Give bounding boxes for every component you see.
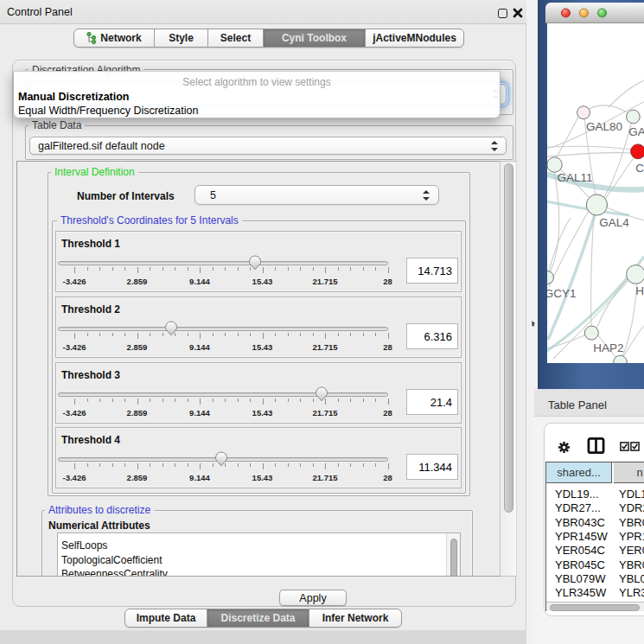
- tab-jactivemnodules[interactable]: jActiveMNodules: [366, 29, 463, 47]
- settings-vertical-scrollbar[interactable]: [500, 161, 517, 577]
- slider-tick: [137, 267, 138, 273]
- slider-tick: [150, 333, 150, 336]
- float-window-icon[interactable]: [498, 9, 507, 18]
- numerical-attributes-list[interactable]: SelfLoopsTopologicalCoefficientBetweenne…: [57, 532, 461, 577]
- table-cell-name[interactable]: YDR2: [619, 501, 644, 514]
- threshold-value-field[interactable]: 11.344: [406, 454, 458, 480]
- slider-tick: [163, 333, 163, 336]
- tab-cyni-toolbox[interactable]: Cyni Toolbox: [264, 29, 366, 47]
- table-cell-name[interactable]: YDL1: [619, 488, 644, 501]
- minimize-traffic-light-icon[interactable]: [579, 8, 589, 17]
- slider-tick: [74, 267, 75, 273]
- column-header-name[interactable]: n: [614, 462, 644, 483]
- threshold-label: Threshold 2: [61, 303, 120, 316]
- tab-discretize-data[interactable]: Discretize Data: [207, 609, 309, 627]
- slider-tick: [124, 399, 125, 402]
- slider-tick: [250, 333, 251, 336]
- table-cell-name[interactable]: YBR0: [619, 558, 644, 571]
- tab-infer-network[interactable]: Infer Network: [309, 609, 401, 627]
- slider-tick: [288, 399, 289, 402]
- table-cell-shared-name[interactable]: YPR145W: [555, 530, 608, 543]
- slider-tick: [175, 463, 175, 467]
- table-cell-shared-name[interactable]: YBR043C: [555, 516, 605, 529]
- slider-tick: [325, 267, 326, 273]
- svg-text:GCY1: GCY1: [547, 287, 576, 300]
- apply-button[interactable]: Apply: [279, 590, 347, 606]
- threshold-slider-thumb[interactable]: [165, 321, 178, 336]
- checkbox-icon[interactable]: [630, 442, 640, 451]
- slider-scale-label: 9.144: [189, 473, 210, 482]
- slider-tick: [238, 463, 239, 467]
- attribute-item[interactable]: SelfLoops: [61, 539, 107, 552]
- table-cell-name[interactable]: YBL0: [619, 572, 644, 585]
- tab-network[interactable]: Network: [74, 29, 155, 47]
- slider-scale-label: 28: [383, 473, 392, 482]
- table-cell-name[interactable]: YLR3: [619, 586, 644, 599]
- table-cell-name[interactable]: YPR1: [619, 530, 644, 543]
- table-cell-shared-name[interactable]: YER054C: [555, 544, 605, 557]
- threshold-slider-track[interactable]: [58, 392, 388, 397]
- slider-scale-label: 28: [383, 408, 392, 418]
- slider-tick: [375, 463, 376, 467]
- slider-tick: [350, 463, 351, 467]
- tab-label: Impute Data: [137, 612, 196, 624]
- threshold-slider-thumb[interactable]: [249, 255, 262, 271]
- attributes-scrollbar-thumb[interactable]: [450, 539, 457, 577]
- threshold-slider-thumb[interactable]: [316, 386, 328, 402]
- column-header-shared[interactable]: shared...: [546, 462, 612, 483]
- table-cell-shared-name[interactable]: YDR27...: [555, 501, 601, 514]
- table-data-combobox[interactable]: galFiltered.sif default node: [29, 137, 507, 155]
- slider-tick: [288, 463, 289, 467]
- threshold-value-field[interactable]: 6.316: [406, 323, 458, 349]
- slider-tick: [137, 333, 138, 339]
- slider-tick: [124, 463, 125, 467]
- node-table: shared... n YDL19...YDL1YDR27...YDR2YBR0…: [545, 462, 644, 611]
- table-horizontal-scrollbar[interactable]: [546, 602, 644, 611]
- settings-scrollbar-thumb[interactable]: [504, 163, 513, 513]
- table-cell-shared-name[interactable]: YLR345W: [555, 586, 606, 599]
- slider-tick: [150, 463, 150, 467]
- dropdown-option-manual[interactable]: Manual Discretization: [18, 91, 130, 103]
- slider-tick: [313, 267, 314, 271]
- table-cell-name[interactable]: YBR0: [619, 516, 644, 529]
- close-icon[interactable]: [513, 8, 523, 18]
- table-cell-shared-name[interactable]: YBL079W: [555, 572, 606, 585]
- close-traffic-light-icon[interactable]: [561, 8, 571, 17]
- table-hscrollbar-thumb[interactable]: [550, 604, 640, 611]
- number-of-intervals-combobox[interactable]: 5: [194, 185, 439, 205]
- slider-tick: [163, 267, 163, 271]
- checkbox-icon[interactable]: [620, 442, 629, 451]
- tab-select[interactable]: Select: [208, 29, 264, 47]
- slider-tick: [188, 463, 188, 467]
- table-cell-shared-name[interactable]: YDL19...: [555, 488, 599, 501]
- network-canvas[interactable]: GAL80GACGAL11GAL4GCY1HHAP2: [547, 23, 644, 363]
- threshold-value-field[interactable]: 21.4: [406, 389, 458, 415]
- split-view-icon[interactable]: [587, 437, 605, 454]
- slider-scale-label: 15.43: [252, 473, 273, 482]
- threshold-slider-track[interactable]: [58, 327, 388, 331]
- tab-label: Discretize Data: [220, 612, 295, 624]
- slider-tick: [112, 333, 113, 336]
- attribute-item[interactable]: BetweennessCentrality: [61, 568, 168, 577]
- zoom-traffic-light-icon[interactable]: [597, 8, 607, 17]
- svg-text:C: C: [635, 162, 644, 175]
- slider-scale-label: 28: [383, 277, 392, 286]
- attribute-item[interactable]: TopologicalCoefficient: [61, 554, 163, 566]
- threshold-slider-thumb[interactable]: [215, 451, 228, 467]
- slider-tick: [238, 399, 239, 402]
- tab-style[interactable]: Style: [155, 29, 208, 47]
- threshold-value-field[interactable]: 14.713: [406, 258, 458, 284]
- attributes-list-scrollbar[interactable]: [446, 533, 460, 577]
- dropdown-option-equal-width[interactable]: Equal Width/Frequency Discretization: [18, 105, 198, 117]
- table-cell-name[interactable]: YER0: [619, 544, 644, 557]
- tab-impute-data[interactable]: Impute Data: [125, 609, 207, 627]
- table-cell-shared-name[interactable]: YBR045C: [555, 558, 605, 571]
- slider-tick: [263, 463, 264, 469]
- slider-tick: [87, 333, 88, 336]
- slider-tick: [74, 333, 75, 339]
- dropdown-prompt-item[interactable]: Select algorithm to view settings: [14, 76, 500, 88]
- network-window-titlebar[interactable]: [545, 3, 644, 23]
- gear-icon[interactable]: [558, 441, 571, 454]
- threshold-value: 21.4: [430, 396, 452, 409]
- threshold-slider-track[interactable]: [58, 261, 388, 265]
